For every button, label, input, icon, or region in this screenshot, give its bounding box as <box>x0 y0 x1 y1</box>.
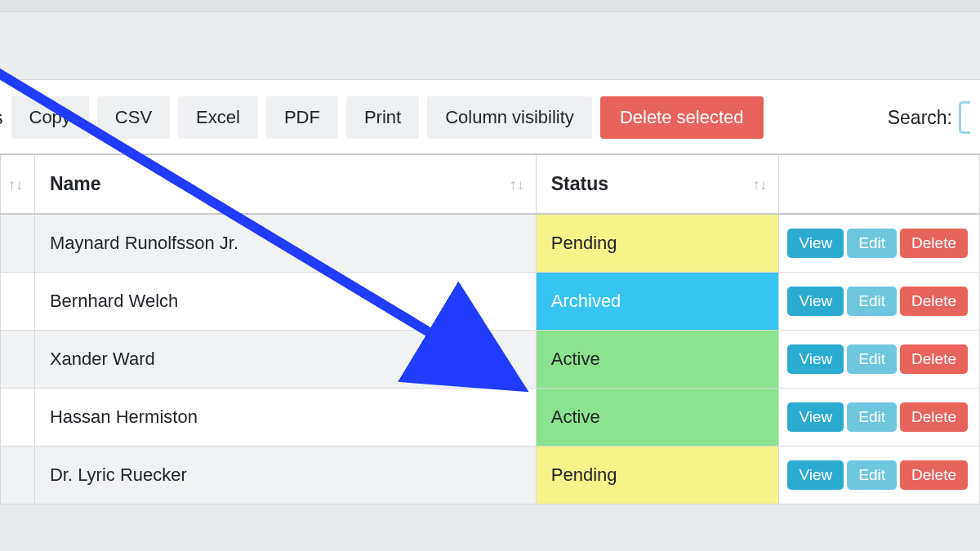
name-cell: Xander Ward <box>34 331 536 389</box>
delete-button[interactable]: Delete <box>900 287 968 316</box>
actions-cell: ViewEditDelete <box>779 447 980 504</box>
edit-button[interactable]: Edit <box>847 344 897 374</box>
data-table: ↑↓ Name ↑↓ Status ↑↓ Maynard Runolfsson … <box>0 153 980 504</box>
sort-icon: ↑↓ <box>8 176 23 193</box>
edit-button[interactable]: Edit <box>847 229 897 258</box>
id-cell <box>1 447 35 504</box>
column-visibility-button[interactable]: Column visibility <box>427 96 592 139</box>
sort-icon: ↑↓ <box>510 176 524 193</box>
table-row: Dr. Lyric RueckerPendingViewEditDelete <box>1 447 980 504</box>
view-button[interactable]: View <box>787 229 844 258</box>
pdf-button[interactable]: PDF <box>266 96 338 139</box>
entries-label-fragment: s <box>0 107 11 129</box>
edit-button[interactable]: Edit <box>847 287 897 316</box>
name-cell: Dr. Lyric Ruecker <box>34 447 536 504</box>
column-header-name-label: Name <box>50 173 101 194</box>
view-button[interactable]: View <box>787 344 844 374</box>
column-header-actions <box>779 154 980 214</box>
column-header-status-label: Status <box>551 173 608 194</box>
delete-button[interactable]: Delete <box>900 460 968 490</box>
delete-button[interactable]: Delete <box>900 344 968 374</box>
id-cell <box>1 273 35 331</box>
name-cell: Bernhard Welch <box>34 273 536 331</box>
copy-button[interactable]: Copy <box>11 96 89 139</box>
id-cell <box>1 389 35 447</box>
table-row: Maynard Runolfsson Jr.PendingViewEditDel… <box>1 214 980 273</box>
delete-button[interactable]: Delete <box>900 402 968 432</box>
actions-cell: ViewEditDelete <box>779 214 980 273</box>
delete-selected-button[interactable]: Delete selected <box>600 96 764 139</box>
actions-cell: ViewEditDelete <box>779 389 980 447</box>
search-label: Search: <box>888 107 952 129</box>
csv-button[interactable]: CSV <box>97 96 170 139</box>
actions-cell: ViewEditDelete <box>779 331 980 389</box>
status-cell: Pending <box>536 447 779 504</box>
id-cell <box>1 331 35 389</box>
table-row: Bernhard WelchArchivedViewEditDelete <box>1 273 980 331</box>
status-cell: Active <box>536 331 779 389</box>
table-body: Maynard Runolfsson Jr.PendingViewEditDel… <box>1 214 980 504</box>
search-wrap: Search: <box>888 101 970 134</box>
window-chrome-spacer <box>0 0 980 12</box>
name-cell: Maynard Runolfsson Jr. <box>34 214 536 273</box>
status-cell: Pending <box>536 214 779 273</box>
id-cell <box>1 214 35 273</box>
name-cell: Hassan Hermiston <box>34 389 536 447</box>
table-row: Xander WardActiveViewEditDelete <box>1 331 980 389</box>
view-button[interactable]: View <box>787 402 844 432</box>
column-header-id[interactable]: ↑↓ <box>1 154 35 214</box>
edit-button[interactable]: Edit <box>847 402 897 432</box>
table-toolbar: s Copy CSV Excel PDF Print Column visibi… <box>0 80 980 153</box>
view-button[interactable]: View <box>787 460 844 490</box>
search-input[interactable] <box>959 101 970 134</box>
status-cell: Active <box>536 389 779 447</box>
page-header-gap <box>0 12 980 79</box>
actions-cell: ViewEditDelete <box>779 273 980 331</box>
view-button[interactable]: View <box>787 287 844 316</box>
excel-button[interactable]: Excel <box>178 96 258 139</box>
status-cell: Archived <box>536 273 779 331</box>
delete-button[interactable]: Delete <box>900 229 968 258</box>
table-row: Hassan HermistonActiveViewEditDelete <box>1 389 980 447</box>
table-panel: s Copy CSV Excel PDF Print Column visibi… <box>0 79 980 504</box>
sort-icon: ↑↓ <box>752 176 767 193</box>
column-header-name[interactable]: Name ↑↓ <box>34 154 536 214</box>
column-header-status[interactable]: Status ↑↓ <box>536 154 779 214</box>
table-header-row: ↑↓ Name ↑↓ Status ↑↓ <box>1 154 980 214</box>
edit-button[interactable]: Edit <box>847 460 897 490</box>
print-button[interactable]: Print <box>346 96 419 139</box>
